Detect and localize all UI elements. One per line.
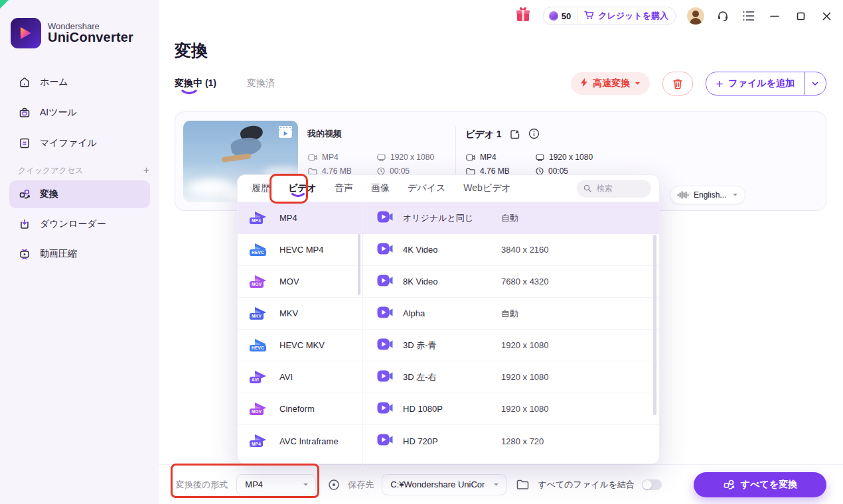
plus-icon: + — [716, 78, 723, 90]
format-panel-tabs: 履歴 ビデオ 音声 画像 デバイス Webビデオ — [238, 175, 659, 202]
uniconverter-window: Wondershare UniConverter ホーム AIツール マイファイ… — [0, 0, 843, 504]
display-icon — [377, 154, 386, 161]
add-files-button-group: + ファイルを追加 — [706, 72, 826, 95]
sidebar-item-downloader[interactable]: ダウンローダー — [9, 210, 150, 238]
sidebar-item-label: AIツール — [40, 107, 77, 119]
destination-select[interactable]: C:¥Wondershare UniCor — [382, 474, 506, 495]
audio-track-select[interactable]: English... — [670, 186, 745, 204]
panel-tab-history[interactable]: 履歴 — [252, 182, 270, 194]
format-picker-panel: 履歴 ビデオ 音声 画像 デバイス Webビデオ — [237, 174, 660, 464]
format-row-cineform[interactable]: MOV Cineform — [238, 393, 362, 425]
video-preset-icon — [377, 274, 393, 290]
sidebar-item-video-compressor[interactable]: 動画圧縮 — [9, 240, 150, 268]
preset-row-4k[interactable]: 4K Video 3840 x 2160 — [363, 234, 659, 266]
convert-icon — [18, 188, 31, 201]
preset-row-same-as-original[interactable]: オリジナルと同じ 自動 — [363, 202, 659, 234]
tab-converted[interactable]: 変換済 — [247, 78, 275, 90]
video-preset-icon — [377, 338, 393, 353]
sidebar-item-label: 変換 — [40, 188, 58, 200]
format-row-hevc-mkv[interactable]: HEVC HEVC MKV — [238, 330, 362, 361]
format-icon: HEVC — [251, 337, 271, 354]
output-format-value: MP4 — [245, 479, 263, 489]
credit-pill[interactable]: 50 クレジットを購入 — [543, 7, 676, 25]
buy-credits-button[interactable]: クレジットを購入 — [577, 10, 675, 22]
edit-icon[interactable] — [510, 129, 520, 141]
quick-access-add-icon[interactable]: + — [143, 164, 149, 176]
audio-track-value: English... — [694, 190, 726, 200]
panel-tab-image[interactable]: 画像 — [371, 182, 390, 194]
preset-row-3d-left-right[interactable]: 3D 左-右 1920 x 1080 — [363, 361, 659, 393]
active-tab-underline — [181, 87, 198, 97]
sidebar-item-label: ホーム — [40, 76, 68, 88]
search-input[interactable] — [595, 183, 645, 194]
preset-row-8k[interactable]: 8K Video 7680 x 4320 — [363, 266, 659, 298]
panel-tab-audio[interactable]: 音声 — [335, 182, 353, 194]
merge-files-toggle[interactable] — [642, 479, 662, 490]
chevron-down-icon — [812, 82, 818, 86]
home-icon — [18, 76, 31, 89]
maximize-button[interactable] — [793, 9, 808, 23]
gift-icon[interactable] — [514, 6, 532, 26]
preset-row-alpha[interactable]: Alpha 自動 — [363, 298, 659, 330]
info-icon[interactable] — [528, 128, 540, 141]
task-list-icon[interactable] — [741, 9, 756, 23]
open-folder-icon[interactable] — [516, 479, 529, 490]
support-headset-icon[interactable] — [716, 9, 730, 23]
caret-down-icon — [303, 483, 309, 487]
output-format-select[interactable]: MP4 — [236, 474, 316, 495]
coin-icon — [549, 11, 558, 21]
close-button[interactable] — [819, 9, 834, 23]
delete-button[interactable] — [662, 72, 693, 95]
format-list-scrollbar[interactable] — [358, 234, 360, 295]
merge-files-label: すべてのファイルを結合 — [538, 479, 635, 491]
sidebar-item-convert[interactable]: 変換 — [9, 180, 150, 208]
sidebar-item-ai-tools[interactable]: AIツール — [9, 99, 150, 127]
waveform-icon — [677, 191, 689, 199]
panel-tab-web-video[interactable]: Webビデオ — [463, 182, 511, 194]
format-row-avc-intraframe[interactable]: MP4 AVC Intraframe — [238, 425, 362, 457]
sidebar-item-my-files[interactable]: マイファイル — [9, 129, 150, 157]
add-files-dropdown-toggle[interactable] — [805, 72, 826, 95]
format-icon: MOV — [251, 401, 271, 418]
fast-convert-button[interactable]: 高速変換 — [571, 72, 650, 95]
preset-row-hd-1080p[interactable]: HD 1080P 1920 x 1080 — [363, 393, 659, 425]
video-compressor-icon — [18, 247, 31, 261]
destination-label: 保存先 — [348, 479, 374, 491]
panel-tab-device[interactable]: デバイス — [408, 182, 445, 194]
folder-icon — [308, 168, 317, 175]
format-icon: MP4 — [251, 210, 271, 227]
search-box[interactable] — [577, 180, 651, 198]
buy-credits-label: クレジットを購入 — [598, 10, 668, 22]
add-files-label: ファイルを追加 — [728, 78, 795, 90]
target-resolution: 1920 x 1080 — [536, 153, 593, 162]
preset-row-3d-red-blue[interactable]: 3D 赤-青 1920 x 1080 — [363, 330, 659, 361]
preset-row-hd-720p[interactable]: HD 720P 1280 x 720 — [363, 425, 659, 457]
credit-balance: 50 — [544, 11, 577, 21]
brand-line1: Wondershare — [48, 22, 133, 31]
tab-converting[interactable]: 変換中 (1) — [175, 78, 216, 90]
sidebar-item-home[interactable]: ホーム — [9, 68, 150, 96]
format-row-mov[interactable]: MOV MOV — [238, 266, 362, 298]
format-row-mp4[interactable]: MP4 MP4 — [238, 202, 362, 234]
convert-all-button[interactable]: すべてを変換 — [694, 472, 826, 497]
search-icon — [583, 184, 591, 192]
lightning-icon — [580, 78, 588, 90]
convert-icon — [723, 479, 735, 491]
add-files-button[interactable]: + ファイルを追加 — [706, 72, 804, 95]
trash-icon — [672, 78, 683, 90]
format-row-hevc-mp4[interactable]: HEVC HEVC MP4 — [238, 234, 362, 266]
panel-tab-video[interactable]: ビデオ — [288, 182, 317, 194]
source-file-name: 我的视频 — [307, 128, 342, 140]
format-row-mkv[interactable]: MKV MKV — [238, 298, 362, 330]
source-format: MP4 — [308, 153, 339, 162]
convert-all-label: すべてを変換 — [741, 479, 797, 491]
preset-list-scrollbar[interactable] — [653, 235, 656, 415]
caret-down-icon — [732, 193, 738, 197]
titlebar: 50 クレジットを購入 — [514, 6, 834, 26]
source-resolution: 1920 x 1080 — [377, 153, 434, 162]
brand-line2: UniConverter — [48, 31, 133, 44]
avatar[interactable] — [687, 7, 704, 25]
format-row-avi[interactable]: AVI AVI — [238, 361, 362, 393]
main-tabs: 変換中 (1) 変換済 — [175, 78, 275, 90]
minimize-button[interactable] — [767, 9, 782, 23]
